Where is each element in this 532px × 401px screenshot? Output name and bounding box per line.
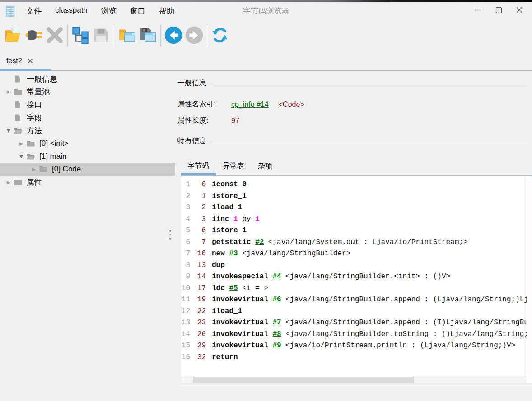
tree-item-1[interactable]: ▶常量池 [0, 86, 175, 99]
constant-pool-link[interactable]: #9 [272, 341, 281, 350]
bytecode-line: 21istore_1 [181, 191, 527, 203]
opcode-mnemonic: invokevirtual [212, 341, 268, 350]
bytecode-line: 56istore_1 [181, 225, 527, 237]
instruction: getstatic #2 <java/lang/System.out : Lja… [212, 237, 468, 249]
tab-label: test2 [6, 57, 22, 65]
tree-item-label: 方法 [27, 125, 42, 136]
browse-structure-button[interactable] [70, 23, 91, 47]
horizontal-scrollbar[interactable] [181, 376, 527, 383]
tree-item-7[interactable]: ▶[0] Code [0, 163, 175, 176]
tree-item-8[interactable]: ▶属性 [0, 176, 175, 189]
maximize-button[interactable] [488, 1, 509, 19]
reload-button[interactable] [210, 23, 230, 47]
open-classpath-plug-button[interactable] [23, 23, 44, 47]
constant-pool-link[interactable]: #3 [229, 249, 238, 258]
menu-classpath[interactable]: classpath [50, 4, 93, 18]
detail-tab-1[interactable]: 异常表 [216, 157, 251, 175]
constant-pool-link[interactable]: #5 [229, 284, 238, 292]
menu-2[interactable]: 浏览 [96, 4, 121, 18]
document-icon [14, 75, 23, 83]
bytecode-offset: 32 [190, 352, 206, 364]
instruction: iconst_0 [212, 179, 247, 191]
bytecode-offset: 19 [190, 294, 206, 306]
bytecode-offset: 1 [190, 191, 206, 203]
instruction: return [212, 352, 238, 364]
open-class-file-icon [4, 26, 22, 44]
bytecode-offset: 0 [190, 179, 206, 191]
chevron-down-icon[interactable]: ▼ [16, 153, 26, 159]
close-file-icon [46, 26, 64, 44]
line-number: 6 [181, 237, 190, 249]
comment-text: by [242, 215, 251, 223]
bytecode-line: 1426invokevirtual #8 <java/lang/StringBu… [181, 329, 527, 341]
chevron-right-icon[interactable]: ▶ [4, 180, 14, 185]
titlebar: 100110011001110010010011110100 文件classpa… [0, 2, 532, 20]
constant-pool-link[interactable]: #7 [272, 318, 281, 327]
instruction: ldc #5 <i = > [212, 283, 268, 295]
bytecode-offset: 22 [190, 306, 206, 318]
tree-item-0[interactable]: 一般信息 [0, 73, 175, 86]
bytecode-line: 914invokespecial #4 <java/lang/StringBui… [181, 271, 527, 283]
splitter-handle[interactable] [169, 230, 171, 240]
constant-pool-link[interactable]: #6 [272, 295, 281, 304]
open-workspace-button[interactable] [117, 23, 137, 47]
back-button[interactable] [163, 23, 184, 47]
specific-info-section-header: 特有信息 [177, 136, 527, 146]
chevron-right-icon[interactable]: ▶ [16, 141, 26, 147]
bytecode-line: 1119invokevirtual #6 <java/lang/StringBu… [181, 294, 527, 306]
close-button[interactable] [509, 1, 530, 19]
menu-3[interactable]: 窗口 [125, 4, 150, 18]
minimize-button[interactable] [467, 1, 488, 19]
menu-4[interactable]: 帮助 [154, 4, 179, 18]
bytecode-offset: 13 [190, 260, 206, 272]
bytecode-offset: 23 [190, 317, 206, 329]
comment-text: <java/lang/StringBuilder.append : (Ljava… [285, 295, 527, 304]
tree-item-6[interactable]: ▼[1] main [0, 150, 175, 163]
opcode-mnemonic: invokevirtual [212, 330, 268, 338]
opcode-mnemonic: invokespecial [212, 272, 268, 281]
constant-pool-link[interactable]: cp_info #14 [231, 101, 269, 109]
bytecode-line: 1529invokevirtual #9 <java/io/PrintStrea… [181, 340, 527, 352]
open-class-file-button[interactable] [3, 23, 23, 47]
chevron-right-icon[interactable]: ▶ [29, 166, 39, 172]
detail-tab-0[interactable]: 字节码 [181, 157, 216, 175]
binary-code-icon: 100110011001110010010011110100 [5, 5, 15, 17]
instruction: invokevirtual #6 <java/lang/StringBuilde… [212, 294, 527, 306]
section-divider [210, 83, 527, 83]
vertical-scrollbar[interactable] [527, 176, 532, 376]
line-number: 14 [181, 329, 190, 341]
opcode-mnemonic: istore_1 [212, 226, 247, 235]
constant-pool-link[interactable]: #8 [272, 330, 281, 338]
tree-item-4[interactable]: ▼方法 [0, 124, 175, 137]
line-number: 4 [181, 214, 190, 226]
save-workspace-button[interactable] [137, 23, 158, 47]
tree-item-2[interactable]: 接口 [0, 98, 175, 111]
folder-open-icon [26, 152, 35, 161]
tree-item-3[interactable]: 字段 [0, 111, 175, 124]
bytecode-line: 10iconst_0 [181, 179, 527, 191]
detail-tab-2[interactable]: 杂项 [251, 157, 279, 175]
tree-item-5[interactable]: ▶[0] <init> [0, 137, 175, 150]
constant-pool-link[interactable]: #4 [272, 272, 281, 281]
tab-close-icon[interactable] [28, 58, 33, 64]
comment-text: <java/lang/StringBuilder.append : (I)Lja… [285, 318, 527, 327]
line-number: 13 [181, 317, 190, 329]
chevron-right-icon[interactable]: ▶ [4, 89, 14, 95]
menu-0[interactable]: 文件 [21, 4, 47, 18]
app-window: 100110011001110010010011110100 文件classpa… [0, 0, 532, 401]
tree-item-label: [0] Code [52, 165, 81, 174]
general-info-section-header: 一般信息 [177, 78, 527, 88]
attribute-fields: 属性名索引:cp_info #14<Code>属性长度:97 [177, 100, 532, 125]
bytecode-line: 32iload_1 [181, 202, 527, 214]
open-classpath-plug-icon [25, 26, 43, 44]
comment-text: <java/lang/StringBuilder.<init> : ()V> [285, 272, 450, 281]
line-number: 5 [181, 225, 190, 237]
menubar: 文件classpath浏览窗口帮助 [21, 4, 179, 18]
constant-pool-link[interactable]: #2 [255, 238, 264, 246]
bytecode-line: 1323invokevirtual #7 <java/lang/StringBu… [181, 317, 527, 329]
opcode-mnemonic: dup [212, 261, 225, 269]
reload-icon [210, 26, 229, 45]
bytecode-offset: 3 [190, 214, 206, 226]
horizontal-scrollbar-thumb[interactable] [193, 377, 414, 383]
chevron-down-icon[interactable]: ▼ [4, 128, 14, 134]
